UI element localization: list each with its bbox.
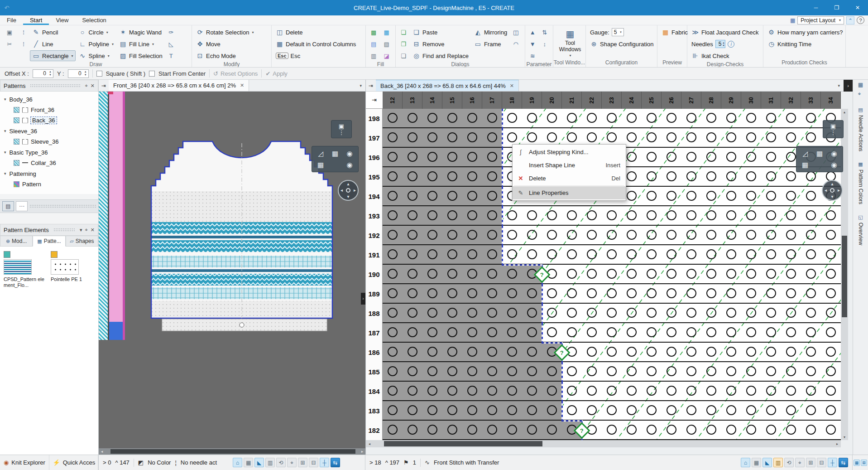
tree-item-collar-36[interactable]: Collar_36 <box>0 158 98 168</box>
tree-group-patterning[interactable]: ▾Patterning <box>0 168 98 179</box>
pattern-elements-tab-shapes[interactable]: ▱Shapes <box>66 236 98 247</box>
zoom-window-icon[interactable]: ▣ <box>830 123 836 129</box>
yarn-carrier-down-icon[interactable]: ▼ <box>527 39 538 49</box>
row-header-196[interactable]: 196 <box>366 148 382 167</box>
column-header-27[interactable]: 27 <box>681 92 701 109</box>
paste-dialog-button[interactable]: ❏Paste <box>410 27 471 38</box>
text-tool-icon[interactable]: T <box>166 50 177 61</box>
history-icon[interactable]: ⟲ <box>276 458 286 467</box>
element-more-button[interactable]: ⋯ <box>16 201 28 211</box>
column-header-20[interactable]: 20 <box>542 92 562 109</box>
square-shift-checkbox[interactable] <box>96 71 102 77</box>
color-view-icon[interactable]: ▦ <box>798 160 812 170</box>
column-header-22[interactable]: 22 <box>582 92 602 109</box>
paste-dialog-icon[interactable]: ❐ <box>398 39 409 49</box>
offset-x-stepper[interactable]: 0 ▲▼ <box>33 69 53 78</box>
nav-center-icon[interactable] <box>346 188 350 193</box>
pen-mode-icon[interactable]: ⁞ <box>18 39 29 49</box>
stepping-marker[interactable]: ? <box>554 344 571 361</box>
fill-tool-4-icon[interactable]: ▦ <box>381 27 392 38</box>
back-navigation-wheel[interactable]: ▴ ▾ ◂ ▸ <box>822 180 843 201</box>
paste-tool-icon[interactable]: ▣ <box>4 27 15 38</box>
ruler-icon[interactable]: ┼ <box>828 458 837 467</box>
chevron-down-icon[interactable]: ▾ <box>360 83 365 88</box>
fabric-button[interactable]: ▦Fabric <box>659 27 690 38</box>
column-header-34[interactable]: 34 <box>821 92 841 109</box>
needles-field[interactable]: Needles5▴▾i <box>689 39 761 49</box>
tree-group-body-36[interactable]: ▾Body_36 <box>0 94 98 105</box>
nav-up-icon[interactable]: ▴ <box>347 182 349 186</box>
clipboard-dialog-icon[interactable]: ❏ <box>398 50 409 61</box>
column-header-14[interactable]: 14 <box>422 92 442 109</box>
brush-icon[interactable]: ✑ <box>166 27 177 38</box>
mini-map-icon[interactable]: ▦ <box>854 460 860 466</box>
find-and-replace-button[interactable]: ◎Find and Replace <box>410 50 471 61</box>
how-many-yarn-carriers-button[interactable]: ⚙How many yarn carriers? <box>765 27 845 38</box>
visibility-2-icon[interactable]: ◉ <box>827 160 841 170</box>
nav-right-icon[interactable]: ▸ <box>838 188 840 193</box>
history-icon[interactable]: ⟲ <box>784 458 794 467</box>
tree-item-front-36[interactable]: Front_36 <box>0 105 98 115</box>
reset-options-button[interactable]: ↺ Reset Options <box>213 70 258 77</box>
row-header-188[interactable]: 188 <box>366 304 382 323</box>
row-header-198[interactable]: 198 <box>366 109 382 128</box>
collapse-ribbon-button[interactable]: ⌃ <box>846 16 854 24</box>
scroll-left-icon[interactable]: ◂ <box>99 448 105 455</box>
move-button[interactable]: ✥Move <box>194 39 256 49</box>
nav-down-icon[interactable]: ▾ <box>347 194 349 199</box>
dock-arrow-icon[interactable]: ⇥ <box>366 92 383 109</box>
dock-pin-icon[interactable]: ⌖ <box>858 91 863 97</box>
crosshair-icon[interactable]: ⌖ <box>287 458 297 467</box>
ribbon-tab-view[interactable]: View <box>49 15 75 25</box>
machine-bed-icon[interactable]: ⌂ <box>741 458 750 467</box>
yarn-carrier-up-icon[interactable]: ▲ <box>527 27 538 38</box>
rotate-selection-button[interactable]: ⟳Rotate Selection▾ <box>194 27 256 38</box>
nav-left-icon[interactable]: ◂ <box>825 188 827 193</box>
drag-dots-icon[interactable]: ⋮ <box>830 130 836 136</box>
ribbon-tab-selection[interactable]: Selection <box>75 15 113 25</box>
offset-y-stepper[interactable]: 0 ▲▼ <box>68 69 89 78</box>
row-header-194[interactable]: 194 <box>366 187 382 206</box>
start-from-center-checkbox[interactable] <box>149 71 155 77</box>
column-header-13[interactable]: 13 <box>403 92 422 109</box>
tree-item-sleeve-36[interactable]: Sleeve_36 <box>0 136 98 147</box>
column-header-18[interactable]: 18 <box>502 92 522 109</box>
magic-wand-button[interactable]: ✶Magic Wand <box>117 27 165 38</box>
gauge-field[interactable]: Gauge:5▾ <box>588 27 656 38</box>
element-list-button[interactable]: ▤ <box>2 201 14 211</box>
technical-view-icon[interactable]: ▦ <box>244 458 253 467</box>
quick-access-button[interactable]: ⚡Quick Acces <box>49 455 99 470</box>
column-header-33[interactable]: 33 <box>801 92 821 109</box>
minimize-button[interactable]: ─ <box>806 0 826 15</box>
pan-view-icon[interactable]: ⇆ <box>839 458 848 467</box>
front-zoom-float[interactable]: ▣⋮ <box>331 120 352 138</box>
context-menu-item-delete[interactable]: ✕DeleteDel <box>513 172 626 185</box>
nav-center-icon[interactable] <box>830 188 834 193</box>
tree-item-back-36[interactable]: Back_36 <box>0 115 98 126</box>
dock-tab-overview[interactable]: ◱Overview <box>858 214 864 245</box>
row-header-184[interactable]: 184 <box>366 382 382 401</box>
column-header-19[interactable]: 19 <box>522 92 542 109</box>
context-menu-item-line-properties[interactable]: ✎Line Properties <box>513 186 626 199</box>
gauge-field-combo[interactable]: 5▾ <box>612 28 624 36</box>
remove-dialog-button[interactable]: ⊟Remove <box>410 39 471 49</box>
color-view-icon[interactable]: ▦ <box>314 160 327 170</box>
knit-explorer-button[interactable]: ◉Knit Explorer <box>0 455 49 470</box>
pencil-button[interactable]: ✎Pencil <box>30 27 76 38</box>
ribbon-tab-file[interactable]: File <box>0 15 23 25</box>
context-menu-item-insert-shape-line[interactable]: Insert Shape LineInsert <box>513 159 626 172</box>
back-float-toolbar[interactable]: ◿▦◉▦◉ <box>796 146 843 172</box>
scrollbar-thumb[interactable] <box>110 449 355 454</box>
float-jacquard-check-button[interactable]: ≫Float Jacquard Check <box>689 27 761 38</box>
row-header-187[interactable]: 187 <box>366 323 382 343</box>
dock-grid-icon[interactable]: ▦ <box>858 82 863 88</box>
pattern-elements-tab-mod[interactable]: ⊕Mod... <box>0 236 33 247</box>
stepping-marker[interactable]: ? <box>534 266 551 283</box>
scroll-left-icon[interactable]: ◂ <box>366 440 373 447</box>
drag-handle[interactable] <box>30 84 80 87</box>
stitch-parameter-icon[interactable]: ↕ <box>539 39 550 49</box>
knitting-time-button[interactable]: ◷Knitting Time <box>765 39 845 49</box>
close-icon[interactable]: ✕ <box>91 227 95 233</box>
wave-parameter-icon[interactable]: ≋ <box>527 50 538 61</box>
scroll-right-icon[interactable]: ▸ <box>834 440 841 447</box>
